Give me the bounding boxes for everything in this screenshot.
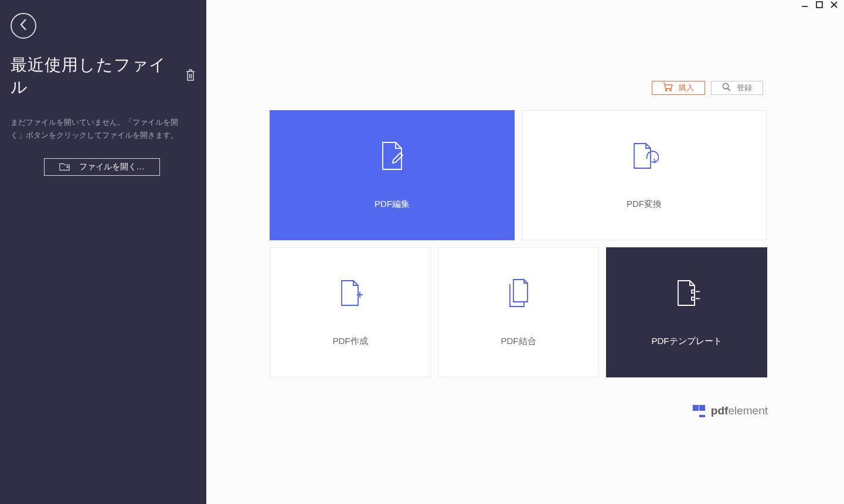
close-button[interactable]	[828, 1, 840, 11]
svg-point-8	[723, 83, 728, 88]
trash-icon	[185, 73, 196, 83]
tile-pdf-template[interactable]: PDFテンプレート	[606, 247, 767, 377]
brand-text: pdfelement	[711, 404, 768, 417]
sidebar-hint: まだファイルを開いていません。「ファイルを開く」ボタンをクリックしてファイルを開…	[11, 116, 186, 142]
svg-point-6	[666, 90, 667, 91]
open-folder-icon	[59, 162, 71, 173]
close-icon	[830, 1, 838, 11]
tiles-grid: PDF編集 PDF変換 PD	[270, 110, 768, 377]
svg-rect-3	[816, 2, 822, 8]
tile-pdf-edit[interactable]: PDF編集	[270, 110, 515, 240]
top-action-row: 購入 登録	[652, 81, 763, 95]
main-content: 購入 登録 PDF編集	[206, 0, 844, 504]
search-icon	[722, 83, 731, 93]
svg-rect-14	[692, 297, 695, 300]
svg-rect-12	[692, 290, 695, 293]
tile-pdf-edit-label: PDF編集	[375, 199, 410, 210]
document-convert-icon	[629, 141, 659, 171]
chevron-left-icon	[19, 18, 28, 33]
maximize-button[interactable]	[813, 1, 826, 11]
register-button[interactable]: 登録	[711, 81, 763, 95]
tile-pdf-convert-label: PDF変換	[627, 199, 662, 210]
tile-pdf-merge-label: PDF結合	[501, 336, 536, 347]
tile-pdf-create[interactable]: PDF作成	[270, 247, 431, 377]
document-create-icon	[336, 278, 365, 308]
tile-pdf-create-label: PDF作成	[333, 336, 368, 347]
sidebar-title-row: 最近使用したファイル	[11, 54, 196, 98]
brand-logo: pdfelement	[693, 404, 768, 417]
window-controls	[798, 1, 840, 11]
svg-line-9	[728, 88, 730, 91]
tile-pdf-template-label: PDFテンプレート	[652, 336, 722, 347]
open-file-button[interactable]: ファイルを開く…	[44, 158, 160, 176]
clear-recent-button[interactable]	[185, 69, 196, 84]
sidebar: 最近使用したファイル まだファイルを開いていません。「ファイルを開く」ボタンをク…	[0, 0, 206, 504]
minimize-icon	[801, 1, 809, 11]
back-button[interactable]	[11, 13, 36, 39]
cart-icon	[663, 83, 673, 93]
brand-mark-icon	[693, 405, 705, 417]
document-edit-icon	[379, 141, 405, 171]
brand-text-bold: pdf	[711, 404, 729, 417]
sidebar-title: 最近使用したファイル	[11, 54, 172, 98]
buy-label: 購入	[679, 83, 694, 93]
brand-text-light: element	[728, 404, 768, 417]
open-file-label: ファイルを開く…	[79, 162, 145, 172]
tile-pdf-convert[interactable]: PDF変換	[522, 110, 767, 240]
document-merge-icon	[504, 278, 533, 308]
register-label: 登録	[737, 83, 752, 93]
svg-point-7	[670, 90, 671, 91]
minimize-button[interactable]	[798, 1, 811, 11]
buy-button[interactable]: 購入	[652, 81, 705, 95]
tile-pdf-merge[interactable]: PDF結合	[438, 247, 599, 377]
maximize-icon	[815, 1, 823, 11]
document-template-icon	[672, 278, 702, 308]
